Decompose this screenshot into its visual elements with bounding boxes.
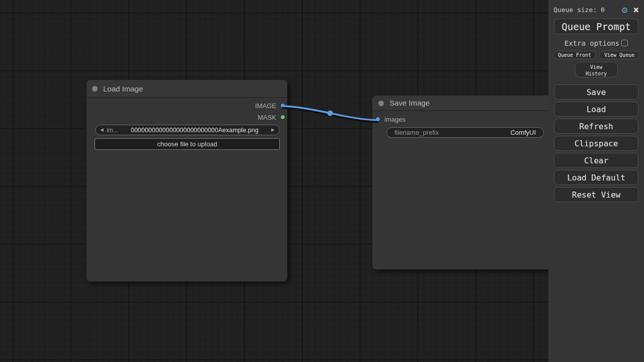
image-combo-widget[interactable]: ◀ im... 0000000000000000000000000Aexampl… <box>95 125 280 135</box>
node-status-dot <box>92 86 98 92</box>
node-load-image[interactable]: Load Image IMAGE MASK ◀ im... 0000000000… <box>87 80 287 282</box>
queue-actions-row: Queue Front View Queue <box>548 51 644 59</box>
queue-size-row: Queue size: 0 ⚙ × <box>548 0 644 15</box>
node-title: Load Image <box>103 84 143 93</box>
clipspace-button[interactable]: Clipspace <box>554 136 638 151</box>
widget-label: filename_prefix <box>394 129 439 136</box>
settings-gear-icon[interactable]: ⚙ <box>622 5 627 15</box>
output-label-image: IMAGE <box>255 102 276 110</box>
close-icon[interactable]: × <box>633 5 639 15</box>
extra-options-checkbox[interactable] <box>621 40 628 46</box>
widget-value: ComfyUI <box>510 129 536 136</box>
combo-next-icon[interactable]: ▶ <box>271 128 275 132</box>
save-button[interactable]: Save <box>554 84 638 100</box>
output-port-image[interactable] <box>280 103 285 108</box>
input-label-images: images <box>384 116 406 123</box>
combo-prev-icon[interactable]: ◀ <box>100 128 104 132</box>
queue-front-button[interactable]: Queue Front <box>553 51 596 59</box>
node-load-image-titlebar[interactable]: Load Image <box>87 80 287 98</box>
node-status-dot <box>378 101 384 106</box>
menu-buttons: Save Load Refresh Clipspace Clear Load D… <box>548 84 644 202</box>
node-title: Save Image <box>389 99 430 107</box>
extra-options-row: Extra options <box>548 39 644 47</box>
view-queue-button[interactable]: View Queue <box>599 51 639 59</box>
comfy-menu: Queue size: 0 ⚙ × Queue Prompt Extra opt… <box>548 0 644 362</box>
extra-options-label: Extra options <box>565 39 620 47</box>
reset-view-button[interactable]: Reset View <box>554 187 638 202</box>
filename-prefix-widget[interactable]: filename_prefix ComfyUI <box>386 127 544 138</box>
output-port-mask[interactable] <box>280 115 285 120</box>
combo-value: 0000000000000000000000000Aexample.png <box>118 127 271 134</box>
output-label-mask: MASK <box>258 114 276 121</box>
view-history-button[interactable]: View History <box>575 62 618 77</box>
load-button[interactable]: Load <box>554 102 638 117</box>
refresh-button[interactable]: Refresh <box>554 119 638 134</box>
input-port-images[interactable] <box>375 117 380 122</box>
choose-file-button[interactable]: choose file to upload <box>95 138 280 150</box>
clear-button[interactable]: Clear <box>554 153 638 168</box>
combo-label: im... <box>107 127 118 134</box>
queue-size-label: Queue size: 0 <box>553 6 605 14</box>
queue-prompt-button[interactable]: Queue Prompt <box>554 19 638 34</box>
load-default-button[interactable]: Load Default <box>554 170 638 185</box>
